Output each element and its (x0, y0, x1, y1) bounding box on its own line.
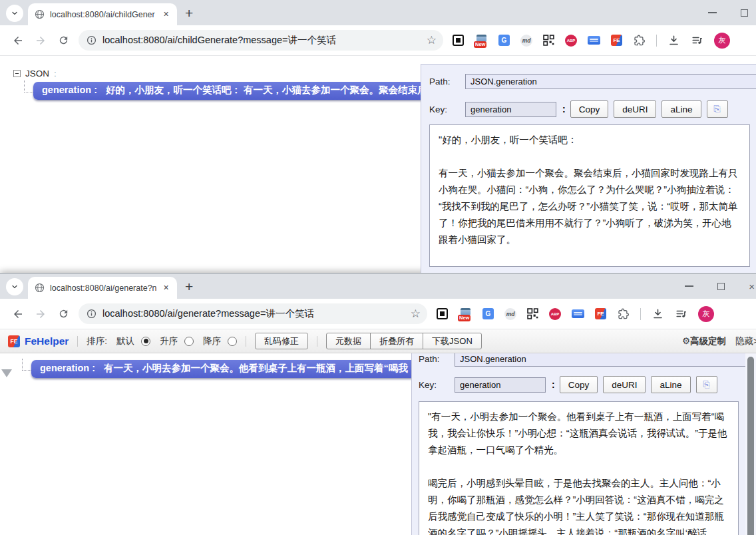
hide-link[interactable]: 隐藏> (735, 335, 756, 347)
downloads-icon[interactable] (652, 307, 664, 320)
url-bar[interactable]: localhost:8080/ai/generate?message=讲一个笑话… (79, 303, 427, 324)
paste-icon: ⎘ (713, 104, 720, 114)
new-extension-icon[interactable]: New (474, 35, 488, 47)
detail-panel-top: Path: Key: : Copy deURI aLine ⎘ "好的，小朋友，… (421, 64, 756, 273)
markdown-icon[interactable]: md (520, 35, 532, 47)
forward-button[interactable] (29, 29, 52, 52)
bookmark-star-icon[interactable]: ☆ (411, 308, 421, 319)
minimize-button[interactable] (708, 12, 717, 13)
paste-icon-button[interactable]: ⎘ (696, 376, 717, 393)
json-root-label: JSON (25, 69, 49, 79)
translate-icon[interactable]: G (498, 35, 510, 46)
chevron-down-icon (11, 9, 19, 17)
copy-button[interactable]: Copy (570, 100, 609, 118)
path-input[interactable] (455, 351, 746, 367)
browser-tab[interactable]: localhost:8080/ai/generate?n × (28, 277, 177, 299)
tab-title: localhost:8080/ai/childGener (50, 10, 156, 19)
aline-button[interactable]: aLine (651, 376, 690, 393)
fehelper-extension-icon[interactable]: FE (595, 308, 606, 319)
qr-code-icon[interactable] (527, 308, 538, 319)
toolbar-separator (246, 336, 246, 347)
collapse-all-button[interactable]: 折叠所有 (370, 333, 423, 349)
site-info-icon[interactable] (87, 309, 96, 319)
card-extension-icon[interactable] (588, 36, 600, 45)
qr-code-icon[interactable] (543, 35, 554, 46)
adblock-plus-icon[interactable]: ABP (565, 35, 577, 47)
metadata-button[interactable]: 元数据 (326, 333, 371, 349)
url-text[interactable]: localhost:8080/ai/childGenerate?message=… (102, 34, 421, 47)
markdown-glyph: md (522, 37, 531, 44)
profile-avatar[interactable]: 灰 (698, 306, 714, 322)
value-textarea[interactable]: "有一天，小明去参加一个聚会。他看到桌子上有一瓶酒，上面写着“喝我，我会让你快乐… (419, 401, 739, 535)
paste-icon-button[interactable]: ⎘ (707, 100, 728, 118)
downloads-icon[interactable] (667, 34, 680, 47)
minimize-button[interactable] (685, 285, 693, 287)
key-input[interactable] (465, 102, 556, 117)
adblock-plus-icon[interactable]: ABP (549, 308, 561, 320)
profile-avatar[interactable]: 灰 (714, 33, 730, 49)
back-button[interactable] (7, 29, 29, 52)
toolbar-separator (317, 336, 317, 347)
deuri-button[interactable]: deURI (614, 100, 656, 118)
tab-close-icon[interactable]: × (160, 9, 172, 20)
translate-icon[interactable]: G (482, 308, 494, 319)
new-tab-button[interactable]: + (185, 281, 193, 293)
page-content-bottom: generation :有一天，小明去参加一个聚会。他看到桌子上有一瓶酒，上面写… (0, 353, 756, 535)
value-textarea[interactable]: "好的，小朋友，听一个笑话吧： 有一天，小猫去参加一个聚会。聚会结束后，小猫回家… (429, 124, 750, 267)
reload-button[interactable] (52, 29, 75, 52)
extensions-puzzle-icon[interactable] (633, 34, 646, 47)
screen: localhost:8080/ai/childGener × + (0, 0, 756, 535)
sort-asc-radio[interactable] (184, 337, 194, 346)
url-bar[interactable]: localhost:8080/ai/childGenerate?message=… (79, 30, 443, 51)
browser-window-top: localhost:8080/ai/childGener × + (0, 0, 756, 273)
reload-button[interactable] (52, 303, 75, 325)
new-tab-button[interactable]: + (185, 7, 193, 19)
path-input[interactable] (465, 74, 756, 89)
copy-button[interactable]: Copy (560, 376, 598, 393)
reader-mode-icon[interactable] (437, 308, 448, 319)
deuri-button[interactable]: deURI (603, 376, 646, 393)
maximize-button[interactable] (717, 283, 725, 290)
fix-encoding-button[interactable]: 乱码修正 (255, 333, 308, 349)
tab-search-button[interactable] (6, 5, 23, 22)
forward-button[interactable] (29, 303, 52, 325)
reader-mode-inner (440, 311, 445, 316)
globe-favicon-icon (35, 283, 45, 293)
aline-button[interactable]: aLine (662, 100, 701, 118)
new-badge: New (458, 315, 471, 321)
extensions-puzzle-icon[interactable] (617, 307, 630, 320)
advanced-settings-link[interactable]: ⚙高级定制 (682, 335, 726, 347)
url-text[interactable]: localhost:8080/ai/generate?message=讲一个笑话 (102, 307, 405, 320)
browser-tab[interactable]: localhost:8080/ai/childGener × (28, 3, 177, 25)
scrollbar-thumb[interactable] (747, 357, 754, 535)
markdown-icon[interactable]: md (504, 308, 516, 320)
tab-search-button[interactable] (6, 278, 23, 295)
new-extension-icon[interactable]: New (459, 308, 472, 320)
download-json-button[interactable]: 下载JSON (423, 333, 482, 349)
back-button[interactable] (7, 303, 29, 325)
maximize-button[interactable] (741, 9, 748, 17)
fehelper-brand: FeHelper (25, 335, 69, 347)
playlist-icon[interactable] (675, 307, 687, 320)
bookmark-star-icon[interactable]: ☆ (427, 35, 437, 46)
fehelper-toolbar: FE FeHelper 排序: 默认 升序 降序 乱码修正 元数据 折叠所有 下… (0, 329, 756, 353)
toolbar-divider (656, 35, 657, 47)
sort-desc-radio[interactable] (228, 337, 237, 346)
key-input[interactable] (455, 377, 546, 393)
tree-collapse-icon[interactable] (13, 70, 21, 77)
gear-icon: ⚙ (682, 336, 690, 346)
json-root-colon: : (54, 69, 57, 79)
tab-close-icon[interactable]: × (160, 282, 172, 293)
playlist-icon[interactable] (691, 34, 703, 47)
site-info-icon[interactable] (87, 35, 96, 45)
reader-mode-inner (456, 38, 461, 43)
close-button[interactable]: × (749, 281, 755, 292)
sort-default-radio[interactable] (141, 337, 150, 346)
tab-strip-bottom: localhost:8080/ai/generate?n × + × (0, 273, 756, 299)
sort-option-desc: 降序 (203, 335, 221, 347)
window-controls (708, 0, 756, 25)
fehelper-extension-icon[interactable]: FE (611, 35, 622, 46)
reader-mode-icon[interactable] (453, 35, 464, 46)
vertical-scrollbar[interactable] (745, 353, 756, 535)
card-extension-icon[interactable] (572, 309, 584, 318)
